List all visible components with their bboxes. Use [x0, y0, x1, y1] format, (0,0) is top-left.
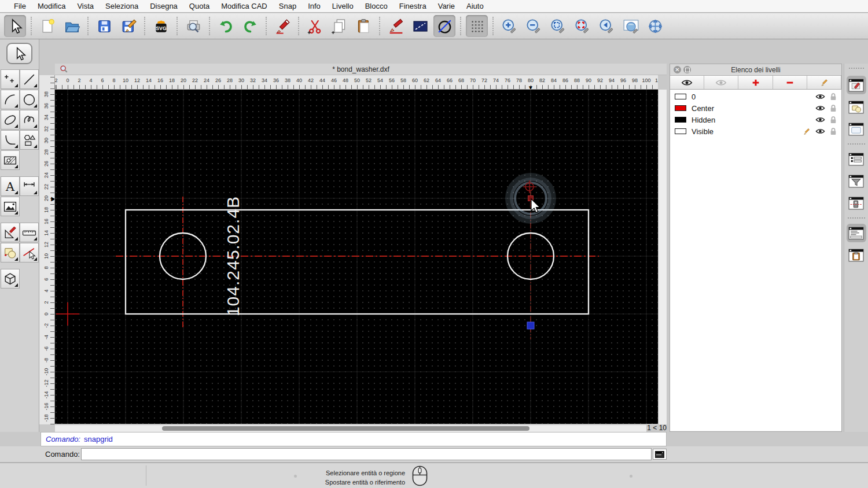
redo-button[interactable]	[239, 15, 261, 37]
horizontal-scrollbar-thumb[interactable]	[162, 426, 529, 431]
modify-tool-button[interactable]	[1, 223, 20, 242]
coordinates-display: 80,20 @0,-2	[45, 468, 62, 488]
menu-quota[interactable]: Quota	[183, 2, 215, 10]
horizontal-scrollbar[interactable]	[55, 424, 646, 432]
menu-modifica[interactable]: Modifica	[32, 2, 71, 10]
menu-file[interactable]: File	[8, 2, 32, 10]
endpoint-handle	[527, 322, 534, 329]
text-tool-button[interactable]: A	[1, 176, 20, 196]
layer-visibility-icon[interactable]	[815, 105, 825, 112]
menu-aiuto[interactable]: Aiuto	[461, 2, 490, 10]
command-input[interactable]	[81, 448, 652, 460]
menu-disegna[interactable]: Disegna	[144, 2, 183, 10]
hide-all-layers-button[interactable]	[704, 76, 738, 89]
cut-button[interactable]	[304, 15, 326, 37]
snap-grid-button[interactable]	[466, 15, 488, 37]
toolbar-separator	[298, 17, 299, 35]
menu-modifica-cad[interactable]: Modifica CAD	[215, 2, 273, 10]
deselect-tool-button[interactable]	[20, 243, 39, 263]
dimension-tool-button[interactable]	[20, 176, 39, 196]
zoom-previous-button[interactable]	[595, 15, 617, 37]
select-arrow-tool-button[interactable]	[6, 43, 32, 64]
modify-tools-panel-toggle-button[interactable]	[847, 194, 866, 212]
layer-visibility-icon[interactable]	[815, 93, 825, 100]
hatch-tool-button[interactable]	[1, 150, 20, 170]
show-all-layers-button[interactable]	[670, 76, 704, 89]
scale-indicator: 1 < 10	[637, 424, 667, 432]
select-tool-button[interactable]	[4, 15, 26, 37]
menu-blocco[interactable]: Blocco	[359, 2, 393, 10]
print-preview-button[interactable]	[182, 15, 204, 37]
measure-tool-button[interactable]	[20, 223, 39, 242]
block-tool-button[interactable]	[1, 243, 20, 263]
add-layer-button[interactable]	[738, 76, 773, 89]
clipboard-panel-toggle-button[interactable]	[847, 246, 866, 264]
toolbar-separator	[379, 17, 380, 35]
hruler-label: 2	[78, 77, 80, 83]
delete-entities-button[interactable]	[271, 15, 293, 37]
layer-lock-icon[interactable]	[830, 93, 837, 101]
zoom-in-button[interactable]	[498, 15, 520, 37]
save-button[interactable]	[93, 15, 115, 37]
layer-visibility-icon[interactable]	[815, 116, 825, 123]
menu-snap[interactable]: Snap	[273, 2, 302, 10]
block-list-panel-toggle-button[interactable]	[847, 98, 866, 116]
undo-button[interactable]	[215, 15, 237, 37]
dock-drag-handle[interactable]	[849, 68, 864, 71]
paste-button[interactable]	[352, 15, 374, 37]
circle-attributes-button[interactable]	[433, 15, 455, 37]
line-tool-button[interactable]	[20, 69, 39, 89]
zoom-out-button[interactable]	[523, 15, 545, 37]
menu-finestra[interactable]: Finestra	[393, 2, 432, 10]
ellipse-tool-button[interactable]	[1, 110, 20, 130]
remove-layer-button[interactable]	[773, 76, 807, 89]
zoom-select-button[interactable]	[571, 15, 593, 37]
layer-list-panel-toggle-button[interactable]	[847, 76, 866, 94]
hruler-label: 86	[562, 77, 568, 83]
vertical-scrollbar[interactable]	[658, 90, 667, 424]
spline-tool-button[interactable]	[20, 110, 39, 130]
circle-tool-button[interactable]	[20, 90, 39, 109]
zoom-auto-button[interactable]	[547, 15, 569, 37]
zoom-window-button[interactable]	[620, 15, 642, 37]
layer-row-hidden[interactable]: Hidden	[670, 114, 841, 125]
polygon-tool-button[interactable]	[20, 130, 39, 150]
hruler-label: 72	[481, 77, 487, 83]
hruler-label: 24	[204, 77, 209, 83]
solid3d-tool-button[interactable]	[1, 269, 20, 289]
points-tool-button[interactable]	[1, 69, 20, 89]
command-widget-toggle-button[interactable]	[653, 449, 667, 460]
menu-varie[interactable]: Varie	[432, 2, 461, 10]
entity-list-panel-toggle-button[interactable]	[847, 150, 866, 168]
selection-filter-panel-toggle-button[interactable]	[847, 172, 866, 190]
image-tool-button[interactable]	[1, 197, 20, 216]
open-file-button[interactable]	[61, 15, 83, 37]
polyline-tool-button[interactable]	[1, 130, 20, 150]
layer-row-center[interactable]: Center	[670, 102, 841, 114]
save-as-button[interactable]	[117, 15, 139, 37]
layer-visibility-icon[interactable]	[815, 128, 825, 135]
line-attributes-button[interactable]	[409, 15, 431, 37]
drawing-canvas[interactable]: 104.245.02.4B	[55, 90, 658, 424]
arc-tool-button[interactable]	[1, 90, 20, 109]
layer-lock-icon[interactable]	[830, 116, 837, 124]
layer-color-swatch	[675, 94, 686, 99]
export-svg-button[interactable]: SVG	[150, 15, 172, 37]
layer-row-0[interactable]: 0	[670, 91, 841, 102]
new-file-button[interactable]	[36, 15, 58, 37]
menu-seleziona[interactable]: Seleziona	[100, 2, 144, 10]
layer-lock-icon[interactable]	[830, 104, 837, 112]
menu-livello[interactable]: Livello	[326, 2, 359, 10]
command-line-panel-toggle-button[interactable]	[847, 224, 866, 242]
hruler-label: 98	[632, 77, 638, 83]
edit-layer-button[interactable]	[807, 76, 841, 89]
zoom-pan-button[interactable]	[644, 15, 666, 37]
pen-attributes-button[interactable]	[385, 15, 407, 37]
menu-info[interactable]: Info	[302, 2, 326, 10]
copy-button[interactable]	[328, 15, 350, 37]
layer-lock-icon[interactable]	[830, 127, 837, 135]
layer-color-swatch	[675, 128, 686, 134]
layer-row-visible[interactable]: Visible	[670, 125, 841, 137]
menu-vista[interactable]: Vista	[71, 2, 100, 10]
library-browser-panel-toggle-button[interactable]	[847, 120, 866, 138]
